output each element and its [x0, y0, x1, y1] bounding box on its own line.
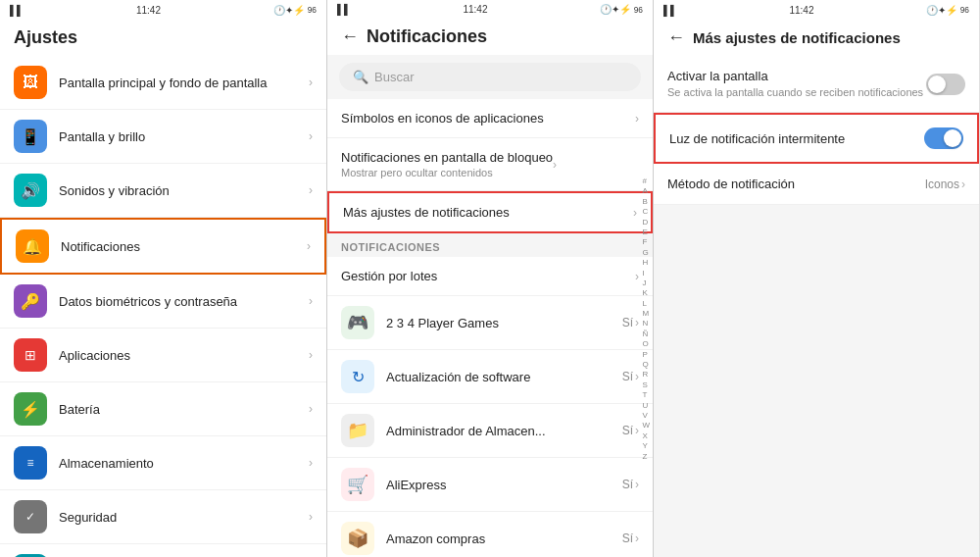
- aplicaciones-icon: ⊞: [14, 338, 47, 372]
- pantalla-brillo-icon: 📱: [14, 120, 47, 153]
- settings-item-pantalla-brillo[interactable]: 📱 Pantalla y brillo ›: [0, 110, 326, 164]
- app-si-amazon: Sí: [622, 532, 633, 545]
- settings-item-seguridad[interactable]: ✓ Seguridad ›: [0, 490, 326, 544]
- panel-notificaciones: ▌▌ 11:42 🕐✦⚡96 ← Notificaciones 🔍 Buscar…: [326, 0, 653, 557]
- back-button-3[interactable]: ←: [667, 27, 685, 48]
- sonidos-icon: 🔊: [14, 174, 47, 207]
- bateria-label: Batería: [59, 402, 309, 417]
- chevron-mas: ›: [633, 206, 637, 220]
- activar-pantalla-toggle[interactable]: [926, 74, 965, 95]
- app-icon-administrador: 📁: [341, 414, 374, 447]
- status-bar-2: ▌▌ 11:42 🕐✦⚡96: [327, 0, 653, 19]
- mas-ajustes-title: Más ajustes de notificaciones: [693, 29, 901, 46]
- signal-icon: ▌▌: [10, 5, 24, 16]
- time-3: 11:42: [789, 5, 813, 16]
- ajustes-header: Ajustes: [0, 20, 326, 56]
- settings-item-notificaciones[interactable]: 🔔 Notificaciones ›: [0, 218, 326, 275]
- settings-item-sonidos[interactable]: 🔊 Sonidos y vibración ›: [0, 164, 326, 218]
- panel-ajustes: ▌▌ 11:42 🕐✦⚡96 Ajustes 🖼 Pantalla princi…: [0, 0, 326, 557]
- app-si-actualizacion: Sí: [622, 370, 633, 383]
- ajustes-title: Ajustes: [14, 27, 77, 48]
- app-icon-amazon: 📦: [341, 522, 374, 555]
- app-label-amazon: Amazon compras: [386, 532, 622, 546]
- app-icon-234player: 🎮: [341, 306, 374, 339]
- bateria-icon: ⚡: [14, 392, 47, 426]
- status-icons-3: 🕐✦⚡96: [926, 5, 969, 16]
- aplicaciones-label: Aplicaciones: [59, 348, 309, 363]
- settings-list: 🖼 Pantalla principal y fondo de pantalla…: [0, 56, 326, 557]
- notificaciones-header: ← Notificaciones: [327, 19, 653, 55]
- alphabet-sidebar[interactable]: # A B C D E F G H I J K L M N Ñ O P Q R …: [642, 177, 650, 462]
- status-icons-2: 🕐✦⚡96: [600, 4, 643, 15]
- app-item-234player[interactable]: 🎮 2 3 4 Player Games Sí ›: [327, 296, 653, 350]
- app-item-aliexpress[interactable]: 🛒 AliExpress Sí ›: [327, 458, 653, 512]
- activar-pantalla-item[interactable]: Activar la pantalla Se activa la pantall…: [654, 56, 979, 113]
- luz-notificacion-title: Luz de notificación intermitente: [669, 131, 924, 146]
- time-2: 11:42: [463, 4, 487, 15]
- panel-mas-ajustes: ▌▌ 11:42 🕐✦⚡96 ← Más ajustes de notifica…: [653, 0, 979, 557]
- settings-item-biometricos[interactable]: 🔑 Datos biométricos y contraseña ›: [0, 275, 326, 329]
- status-icons-1: 🕐✦⚡96: [273, 5, 317, 16]
- batch-item[interactable]: Gestión por lotes ›: [327, 257, 653, 296]
- metodo-notificacion-title: Método de notificación: [667, 177, 925, 191]
- pantalla-bloqueo-sub: Mostrar pero ocultar contenidos: [341, 167, 553, 178]
- mas-ajustes-header: ← Más ajustes de notificaciones: [654, 20, 979, 56]
- activar-pantalla-title: Activar la pantalla: [667, 69, 926, 83]
- chevron-batch: ›: [635, 270, 639, 283]
- notificaciones-group-label: NOTIFICACIONES: [327, 233, 653, 257]
- luz-notificacion-item[interactable]: Luz de notificación intermitente: [654, 113, 979, 164]
- simbolos-item[interactable]: Símbolos en iconos de aplicaciones ›: [327, 99, 653, 138]
- almacenamiento-label: Almacenamiento: [59, 456, 309, 471]
- chevron-icon-3: ›: [307, 239, 311, 253]
- search-placeholder: Buscar: [374, 70, 414, 84]
- biometricos-label: Datos biométricos y contraseña: [59, 294, 309, 309]
- search-bar[interactable]: 🔍 Buscar: [339, 63, 641, 91]
- toggle-knob-1: [944, 129, 961, 147]
- pantalla-principal-icon: 🖼: [14, 66, 47, 99]
- chevron-app1: ›: [635, 370, 639, 383]
- app-si-administrador: Sí: [622, 424, 633, 437]
- app-label-administrador: Administrador de Almacen...: [386, 424, 622, 438]
- chevron-metodo: ›: [961, 177, 965, 191]
- pantalla-brillo-label: Pantalla y brillo: [59, 129, 309, 144]
- back-button-2[interactable]: ←: [341, 26, 359, 47]
- notificaciones-icon: 🔔: [16, 229, 49, 263]
- pantalla-bloqueo-label: Notificaciones en pantalla de bloqueo: [341, 150, 553, 165]
- luz-notificacion-toggle[interactable]: [924, 127, 963, 149]
- app-item-amazon[interactable]: 📦 Amazon compras Sí ›: [327, 512, 653, 557]
- toggle-knob-0: [928, 76, 946, 93]
- metodo-notificacion-item[interactable]: Método de notificación Iconos ›: [654, 164, 979, 205]
- settings-item-aplicaciones[interactable]: ⊞ Aplicaciones ›: [0, 329, 326, 382]
- app-label-aliexpress: AliExpress: [386, 478, 622, 492]
- chevron-icon-4: ›: [309, 294, 313, 308]
- chevron-app3: ›: [635, 478, 639, 491]
- settings-item-privacidad[interactable]: 👁 Privacidad ›: [0, 544, 326, 557]
- simbolos-label: Símbolos en iconos de aplicaciones: [341, 111, 635, 126]
- chevron-icon-6: ›: [309, 402, 313, 416]
- activar-pantalla-sub: Se activa la pantalla cuando se reciben …: [667, 85, 926, 99]
- chevron-icon-2: ›: [309, 183, 313, 197]
- chevron-bloqueo: ›: [553, 158, 557, 172]
- mas-ajustes-item[interactable]: Más ajustes de notificaciones ›: [327, 191, 653, 233]
- app-item-administrador[interactable]: 📁 Administrador de Almacen... Sí ›: [327, 404, 653, 458]
- search-icon: 🔍: [353, 70, 368, 84]
- chevron-icon-7: ›: [309, 456, 313, 470]
- status-bar-3: ▌▌ 11:42 🕐✦⚡96: [654, 0, 979, 20]
- status-bar-1: ▌▌ 11:42 🕐✦⚡96: [0, 0, 326, 20]
- app-item-actualizacion[interactable]: ↻ Actualización de software Sí ›: [327, 350, 653, 404]
- notificaciones-label: Notificaciones: [61, 239, 307, 254]
- signal-icon-2: ▌▌: [337, 4, 351, 15]
- mas-ajustes-content: Activar la pantalla Se activa la pantall…: [654, 56, 979, 557]
- mas-ajustes-label: Más ajustes de notificaciones: [343, 205, 633, 220]
- notificaciones-title: Notificaciones: [367, 26, 487, 47]
- pantalla-bloqueo-item[interactable]: Notificaciones en pantalla de bloqueo Mo…: [327, 138, 653, 191]
- settings-item-pantalla-principal[interactable]: 🖼 Pantalla principal y fondo de pantalla…: [0, 56, 326, 110]
- settings-item-bateria[interactable]: ⚡ Batería ›: [0, 382, 326, 436]
- settings-item-almacenamiento[interactable]: ≡ Almacenamiento ›: [0, 436, 326, 490]
- seguridad-label: Seguridad: [59, 510, 309, 525]
- app-icon-actualizacion: ↻: [341, 360, 374, 393]
- chevron-app4: ›: [635, 532, 639, 545]
- biometricos-icon: 🔑: [14, 284, 47, 318]
- metodo-notificacion-value: Iconos: [925, 177, 959, 191]
- chevron-app2: ›: [635, 424, 639, 437]
